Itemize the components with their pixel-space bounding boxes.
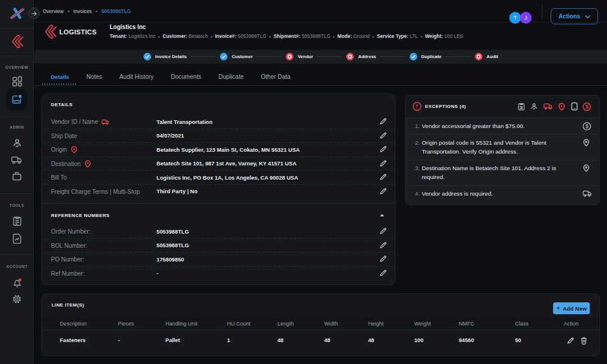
svg-text:$: $ [586,104,589,110]
svg-text:$: $ [586,123,589,129]
